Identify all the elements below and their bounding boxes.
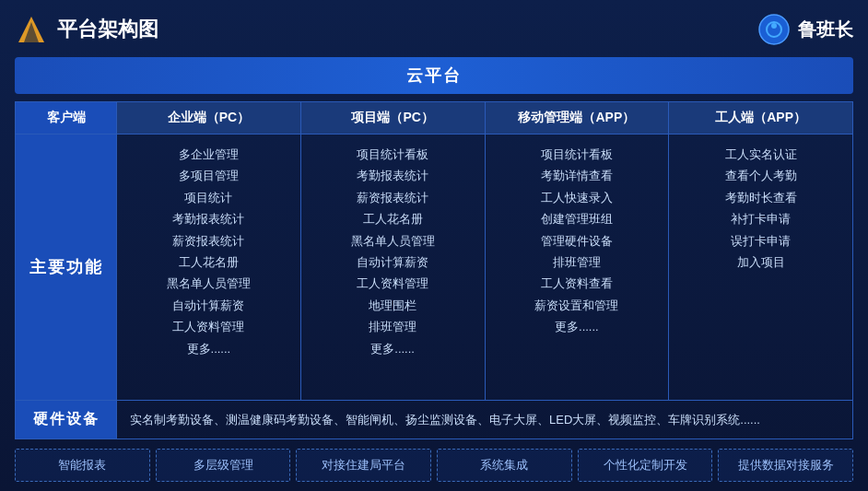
- project-item-2: 考勤报表统计: [309, 165, 477, 186]
- main-function-label: 主要功能: [16, 134, 117, 400]
- mobile-item-9: 更多......: [493, 316, 662, 337]
- worker-item-6: 加入项目: [676, 251, 845, 273]
- enterprise-item-10: 更多......: [124, 338, 293, 359]
- project-item-4: 工人花名册: [309, 208, 477, 229]
- project-item-3: 薪资报表统计: [309, 187, 477, 208]
- project-cell: 项目统计看板 考勤报表统计 薪资报表统计 工人花名册 黑名单人员管理 自动计算薪…: [301, 134, 486, 400]
- enterprise-item-5: 薪资报表统计: [124, 230, 293, 251]
- project-item-9: 排班管理: [309, 316, 477, 337]
- worker-item-1: 工人实名认证: [676, 144, 845, 165]
- hardware-row: 硬件设备 实名制考勤设备、测温健康码考勤设备、智能闸机、扬尘监测设备、电子大屏、…: [16, 400, 852, 438]
- mobile-item-3: 工人快速录入: [493, 187, 662, 208]
- enterprise-item-4: 考勤报表统计: [124, 208, 293, 229]
- mobile-item-5: 管理硬件设备: [493, 230, 662, 251]
- project-item-5: 黑名单人员管理: [309, 230, 477, 251]
- feature-item-6: 提供数据对接服务: [718, 449, 853, 482]
- col-header-client: 客户端: [16, 102, 117, 134]
- header-left: 平台架构图: [15, 13, 158, 46]
- feature-item-1: 智能报表: [15, 449, 150, 482]
- enterprise-item-2: 多项目管理: [124, 165, 293, 186]
- project-item-1: 项目统计看板: [309, 144, 477, 165]
- svg-point-4: [771, 23, 777, 29]
- worker-cell: 工人实名认证 查看个人考勤 考勤时长查看 补打卡申请 误打卡申请 加入项目: [669, 134, 852, 400]
- enterprise-item-3: 项目统计: [124, 187, 293, 208]
- enterprise-item-8: 自动计算薪资: [124, 295, 293, 316]
- mobile-item-1: 项目统计看板: [493, 144, 662, 165]
- mobile-item-7: 工人资料查看: [493, 273, 662, 294]
- features-row: 智能报表 多层级管理 对接住建局平台 系统集成 个性化定制开发 提供数据对接服务: [15, 447, 853, 482]
- enterprise-cell: 多企业管理 多项目管理 项目统计 考勤报表统计 薪资报表统计 工人花名册 黑名单…: [117, 134, 301, 400]
- brand-name: 鲁班长: [798, 18, 853, 42]
- column-headers: 客户端 企业端（PC） 项目端（PC） 移动管理端（APP） 工人端（APP）: [16, 102, 852, 134]
- svg-point-2: [759, 15, 789, 44]
- project-item-8: 地理围栏: [309, 295, 477, 316]
- main-content-row: 主要功能 多企业管理 多项目管理 项目统计 考勤报表统计 薪资报表统计 工人花名…: [16, 134, 852, 400]
- hardware-label: 硬件设备: [16, 401, 117, 438]
- feature-item-4: 系统集成: [437, 449, 572, 482]
- page-title: 平台架构图: [57, 16, 158, 43]
- worker-item-5: 误打卡申请: [676, 230, 845, 251]
- project-item-10: 更多......: [309, 338, 477, 359]
- brand-icon: [757, 13, 791, 46]
- mobile-item-8: 薪资设置和管理: [493, 295, 662, 316]
- cloud-platform-bar: 云平台: [15, 57, 853, 94]
- worker-item-2: 查看个人考勤: [676, 165, 845, 186]
- mobile-cell: 项目统计看板 考勤详情查看 工人快速录入 创建管理班组 管理硬件设备 排班管理 …: [486, 134, 670, 400]
- header: 平台架构图 鲁班长: [15, 9, 853, 50]
- col-header-project: 项目端（PC）: [301, 102, 486, 134]
- enterprise-item-7: 黑名单人员管理: [124, 273, 293, 294]
- col-header-enterprise: 企业端（PC）: [117, 102, 301, 134]
- main-table: 客户端 企业端（PC） 项目端（PC） 移动管理端（APP） 工人端（APP） …: [15, 101, 853, 439]
- mobile-item-2: 考勤详情查看: [493, 165, 662, 186]
- brand-logo: 鲁班长: [757, 13, 853, 46]
- enterprise-item-6: 工人花名册: [124, 251, 293, 273]
- mobile-item-4: 创建管理班组: [493, 208, 662, 229]
- feature-item-3: 对接住建局平台: [296, 449, 431, 482]
- enterprise-item-1: 多企业管理: [124, 144, 293, 165]
- hardware-content: 实名制考勤设备、测温健康码考勤设备、智能闸机、扬尘监测设备、电子大屏、LED大屏…: [117, 401, 852, 438]
- mobile-item-6: 排班管理: [493, 251, 662, 273]
- feature-item-2: 多层级管理: [156, 449, 291, 482]
- worker-item-3: 考勤时长查看: [676, 187, 845, 208]
- feature-item-5: 个性化定制开发: [578, 449, 713, 482]
- content-cells: 多企业管理 多项目管理 项目统计 考勤报表统计 薪资报表统计 工人花名册 黑名单…: [117, 134, 852, 400]
- project-item-6: 自动计算薪资: [309, 251, 477, 273]
- col-header-worker: 工人端（APP）: [669, 102, 852, 134]
- worker-item-4: 补打卡申请: [676, 208, 845, 229]
- col-header-mobile: 移动管理端（APP）: [486, 102, 670, 134]
- logo-icon: [15, 13, 48, 46]
- enterprise-item-9: 工人资料管理: [124, 316, 293, 337]
- project-item-7: 工人资料管理: [309, 273, 477, 294]
- page-wrapper: 平台架构图 鲁班长 云平台 客户端 企业端（PC） 项目端（PC） 移动管理端（…: [0, 0, 868, 491]
